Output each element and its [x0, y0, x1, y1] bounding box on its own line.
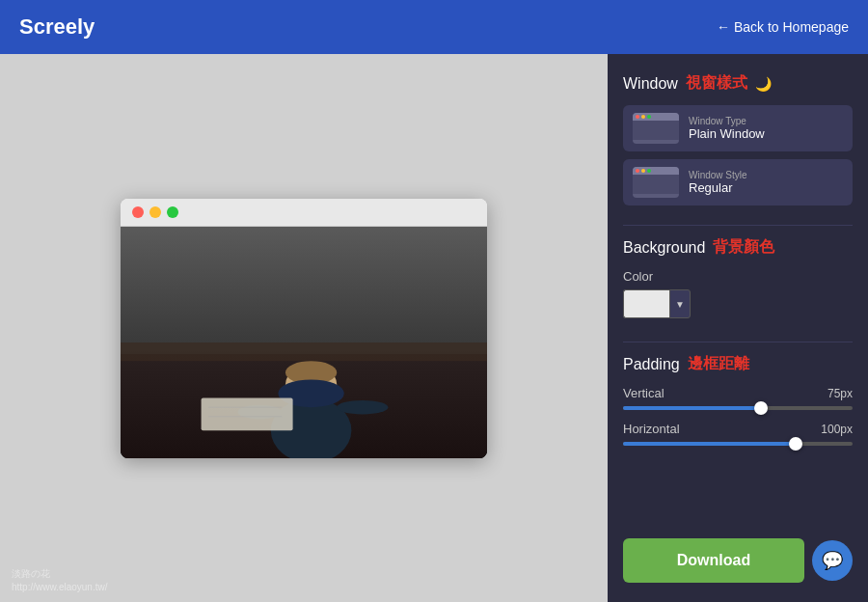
window-section-header: Window 視窗樣式 🌙 [623, 73, 853, 94]
watermark: 淡路の花 http://www.elaoyun.tw/ [12, 567, 108, 594]
window-type-text: Window Type Plain Window [689, 116, 765, 141]
thumb-bar-2 [633, 167, 679, 175]
color-dropdown-icon[interactable]: ▼ [669, 289, 691, 318]
vertical-slider-thumb[interactable] [754, 401, 768, 415]
padding-section: Padding 邊框距離 Vertical 75px Horizontal 10… [623, 354, 853, 457]
titlebar-dot-green [167, 206, 178, 218]
horizontal-slider-track[interactable] [623, 442, 853, 446]
window-section-title: Window [623, 75, 678, 93]
padding-section-header: Padding 邊框距離 [623, 354, 853, 374]
download-row: Download 💬 [623, 538, 853, 583]
horizontal-slider-thumb[interactable] [789, 437, 802, 451]
horizontal-slider-fill [623, 442, 796, 446]
thumb-bar [633, 113, 679, 121]
window-style-thumb [633, 167, 679, 198]
svg-point-8 [337, 400, 388, 414]
separator-2 [623, 342, 853, 342]
chat-button[interactable]: 💬 [812, 540, 853, 581]
window-type-label: Window Type [689, 116, 765, 126]
window-mockup [121, 199, 487, 458]
window-type-thumb [633, 113, 679, 144]
window-type-value: Plain Window [689, 126, 765, 141]
thumb-dot-green-2 [647, 169, 651, 173]
svg-rect-9 [202, 397, 293, 430]
horizontal-label: Horizontal [623, 422, 680, 436]
color-picker-button[interactable]: ▼ [623, 289, 691, 318]
thumb-dot-green [647, 115, 651, 119]
chat-icon: 💬 [822, 550, 843, 571]
sidebar: Window 視窗樣式 🌙 Window Type Plain Window [608, 54, 868, 602]
main-content: 淡路の花 http://www.elaoyun.tw/ Window 視窗樣式 … [0, 54, 868, 602]
svg-rect-2 [121, 342, 487, 361]
window-section-title-cn: 視窗樣式 [686, 73, 747, 94]
color-row: Color ▼ [623, 269, 853, 318]
color-label: Color [623, 269, 853, 284]
thumb-dot-red-2 [636, 169, 639, 173]
background-section: Background 背景顏色 Color ▼ [623, 237, 853, 318]
padding-section-title: Padding [623, 356, 680, 373]
watermark-line1: 淡路の花 [12, 567, 108, 581]
window-type-card[interactable]: Window Type Plain Window [623, 105, 853, 151]
titlebar-dot-yellow [149, 206, 161, 218]
thumb-dot-yellow-2 [641, 169, 645, 173]
horizontal-value: 100px [821, 423, 853, 436]
thumb-dot-yellow [641, 115, 645, 119]
thumb-content [633, 121, 679, 140]
back-to-homepage-link[interactable]: ← Back to Homepage [717, 19, 849, 35]
logo: Screely [19, 14, 95, 40]
window-style-card[interactable]: Window Style Regular [623, 159, 853, 205]
window-style-text: Window Style Regular [689, 170, 747, 195]
preview-area: 淡路の花 http://www.elaoyun.tw/ [0, 54, 608, 602]
watermark-line2: http://www.elaoyun.tw/ [12, 581, 108, 594]
vertical-label-row: Vertical 75px [623, 386, 853, 400]
titlebar-dot-red [132, 206, 144, 218]
color-swatch [623, 289, 669, 318]
thumb-dot-red [636, 115, 639, 119]
header: Screely ← Back to Homepage [0, 0, 868, 54]
horizontal-label-row: Horizontal 100px [623, 422, 853, 436]
background-section-title-cn: 背景顏色 [713, 237, 774, 258]
horizontal-slider-row: Horizontal 100px [623, 422, 853, 446]
separator-1 [623, 225, 853, 226]
vertical-slider-track[interactable] [623, 406, 853, 410]
thumb-content-2 [633, 175, 679, 194]
vertical-slider-row: Vertical 75px [623, 386, 853, 410]
window-style-value: Regular [689, 180, 747, 195]
vertical-slider-fill [623, 406, 761, 410]
window-titlebar [121, 199, 487, 227]
download-button[interactable]: Download [623, 538, 804, 583]
background-section-title: Background [623, 239, 705, 257]
window-style-label: Window Style [689, 170, 747, 180]
moon-icon: 🌙 [755, 76, 772, 92]
vertical-value: 75px [827, 387, 853, 400]
background-section-header: Background 背景顏色 [623, 237, 853, 258]
window-image [121, 227, 487, 458]
padding-section-title-cn: 邊框距離 [688, 354, 749, 374]
vertical-label: Vertical [623, 386, 665, 400]
